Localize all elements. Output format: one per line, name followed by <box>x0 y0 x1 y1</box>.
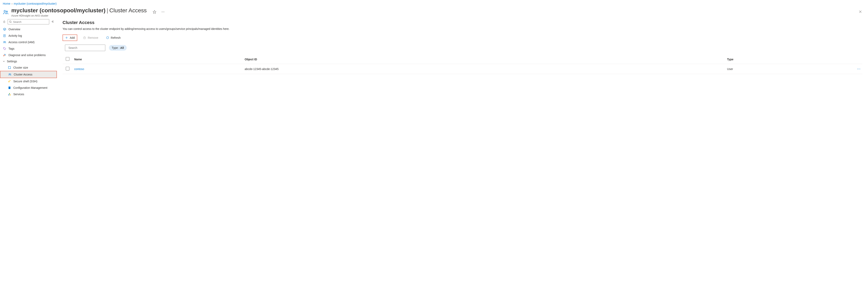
command-bar: Add Remove Refresh <box>63 34 862 41</box>
more-commands-button[interactable] <box>160 9 165 15</box>
svg-line-9 <box>11 22 11 23</box>
add-button[interactable]: Add <box>63 34 77 41</box>
svg-rect-28 <box>9 93 10 94</box>
sidebar-item-label: Cluster size <box>13 66 28 69</box>
column-header-name[interactable]: Name <box>73 55 243 64</box>
sidebar-item-label: Cluster Access <box>14 73 32 76</box>
svg-rect-26 <box>8 94 9 95</box>
sidebar-item-cluster-access[interactable]: Cluster Access <box>0 71 57 78</box>
button-label: Refresh <box>111 36 121 39</box>
people-icon <box>3 9 8 15</box>
svg-point-22 <box>9 73 10 74</box>
close-button[interactable] <box>858 9 863 15</box>
button-label: Add <box>70 36 75 39</box>
svg-line-29 <box>9 94 9 95</box>
table-row[interactable]: contoso abcde-12345-abcde-12345 User ··· <box>63 64 862 74</box>
filter-value: All <box>120 46 124 50</box>
sidebar-item-config[interactable]: Configuration Management <box>0 85 57 91</box>
services-icon <box>8 92 11 96</box>
remove-button[interactable]: Remove <box>81 35 100 40</box>
svg-rect-25 <box>8 87 10 89</box>
sidebar-item-ssh[interactable]: Secure shell (SSH) <box>0 78 57 85</box>
overview-icon <box>3 27 6 31</box>
sidebar-item-label: Activity log <box>8 34 22 37</box>
tag-icon <box>3 47 6 51</box>
column-header-object-id[interactable]: Object ID <box>243 55 725 64</box>
blade-name: Cluster Access <box>109 7 147 14</box>
sidebar-search[interactable] <box>8 19 49 24</box>
svg-point-18 <box>4 41 4 42</box>
sidebar-item-label: Overview <box>8 28 20 31</box>
sidebar-item-tags[interactable]: Tags <box>0 46 57 52</box>
filter-search-input[interactable] <box>68 46 104 50</box>
sidebar: Overview Activity log Access control (IA… <box>0 18 57 99</box>
people-icon <box>3 40 6 44</box>
svg-rect-27 <box>10 94 10 95</box>
svg-rect-21 <box>8 67 11 69</box>
svg-rect-33 <box>84 37 85 39</box>
page-title: mycluster (contosopool/mycluster) | Clus… <box>11 7 147 14</box>
sidebar-item-label: Tags <box>8 47 14 50</box>
resize-icon <box>8 66 11 69</box>
sidebar-item-diagnose[interactable]: Diagnose and solve problems <box>0 52 57 58</box>
sidebar-item-label: Access control (IAM) <box>8 40 34 44</box>
search-icon <box>9 20 12 23</box>
favorite-button[interactable] <box>152 9 157 15</box>
type-filter-pill[interactable]: Type : All <box>109 45 127 51</box>
row-object-id: abcde-12345-abcde-12345 <box>245 67 279 70</box>
breadcrumb-home[interactable]: Home <box>3 2 10 5</box>
chevron-down-icon <box>2 60 5 63</box>
main-content: Cluster Access You can control access to… <box>57 18 868 99</box>
sidebar-item-activity-log[interactable]: Activity log <box>0 32 57 39</box>
button-label: Remove <box>88 36 98 39</box>
sidebar-item-overview[interactable]: Overview <box>0 26 57 32</box>
sidebar-item-services[interactable]: Services <box>0 91 57 97</box>
pin-toggle-button[interactable] <box>2 19 6 24</box>
log-icon <box>3 34 6 37</box>
svg-point-5 <box>164 12 164 12</box>
people-icon <box>8 72 12 76</box>
svg-point-0 <box>4 10 5 12</box>
row-checkbox[interactable] <box>66 67 69 70</box>
column-header-type[interactable]: Type <box>725 55 850 64</box>
sidebar-group-label: Settings <box>7 60 17 63</box>
row-context-menu-button[interactable]: ··· <box>857 67 861 70</box>
key-icon <box>8 80 11 83</box>
filter-search[interactable] <box>65 45 105 51</box>
sidebar-item-iam[interactable]: Access control (IAM) <box>0 39 57 46</box>
chevron-right-icon: › <box>11 2 12 5</box>
breadcrumb-current[interactable]: mycluster (contosopool/mycluster) <box>14 2 57 5</box>
sidebar-item-label: Services <box>13 93 24 96</box>
svg-point-20 <box>4 48 4 48</box>
svg-marker-2 <box>153 10 156 13</box>
breadcrumb: Home › mycluster (contosopool/mycluster) <box>0 0 868 6</box>
select-all-checkbox[interactable] <box>66 57 69 61</box>
title-separator: | <box>107 7 108 14</box>
access-table: Name Object ID Type contoso abcde-12345-… <box>63 55 862 74</box>
row-name-link[interactable]: contoso <box>74 67 84 70</box>
svg-point-23 <box>10 73 11 74</box>
section-description: You can control access to the cluster en… <box>63 27 862 30</box>
collapse-sidebar-button[interactable] <box>51 19 55 24</box>
svg-point-19 <box>5 41 6 42</box>
sidebar-item-label: Secure shell (SSH) <box>13 80 37 83</box>
sidebar-item-cluster-size[interactable]: Cluster size <box>0 64 57 71</box>
svg-point-24 <box>8 81 9 82</box>
trash-icon <box>83 36 86 39</box>
sidebar-search-input[interactable] <box>13 20 48 23</box>
resource-name: mycluster (contosopool/mycluster) <box>11 7 105 14</box>
filter-row: Type : All <box>65 45 862 51</box>
sidebar-item-label: Configuration Management <box>13 86 48 89</box>
svg-point-1 <box>6 11 7 12</box>
svg-point-8 <box>9 21 11 22</box>
filter-label: Type : <box>112 46 120 50</box>
diagnose-icon <box>3 53 6 57</box>
refresh-button[interactable]: Refresh <box>104 35 123 40</box>
sidebar-item-label: Diagnose and solve problems <box>8 54 45 57</box>
row-type: User <box>727 67 733 70</box>
refresh-icon <box>106 36 109 39</box>
resource-type-label: Azure HDInsight on AKS cluster <box>11 14 147 17</box>
page-header: mycluster (contosopool/mycluster) | Clus… <box>0 6 868 18</box>
section-title: Cluster Access <box>63 20 862 25</box>
sidebar-group-settings[interactable]: Settings <box>0 58 57 64</box>
